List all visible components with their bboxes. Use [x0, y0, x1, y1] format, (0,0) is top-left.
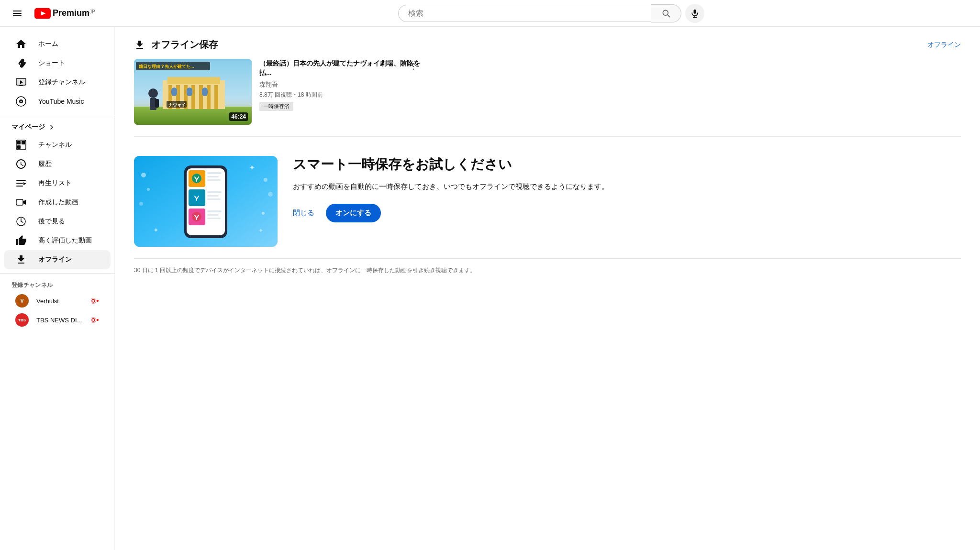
svg-rect-45: [171, 88, 177, 96]
mic-button[interactable]: [685, 4, 704, 23]
channel-icon: [15, 139, 27, 151]
watch-later-icon: [15, 216, 27, 227]
svg-point-28: [92, 299, 95, 302]
sidebar-item-liked[interactable]: 高く評価した動画: [4, 231, 111, 250]
sidebar-item-playlists[interactable]: 再生リスト: [4, 174, 111, 193]
header: PremiumJP: [0, 0, 980, 27]
svg-text:ナヴォイ: ナヴォイ: [168, 102, 186, 107]
search-button[interactable]: [651, 4, 681, 22]
svg-text:鐘日な理由？先人が建てた...: 鐘日な理由？先人が建てた...: [138, 64, 194, 69]
svg-line-6: [667, 14, 669, 17]
svg-rect-75: [207, 176, 219, 177]
tbs-live-indicator: [91, 317, 99, 323]
svg-rect-25: [16, 199, 23, 205]
logo-brand-text: PremiumJP: [53, 8, 95, 18]
sidebar: ホーム ショート 登録チャンネル YouTube Music: [0, 27, 115, 550]
svg-rect-46: [187, 88, 192, 96]
home-icon: [15, 38, 27, 50]
svg-point-61: [139, 202, 143, 206]
svg-rect-88: [207, 218, 221, 219]
svg-rect-87: [207, 214, 219, 216]
sidebar-mypage-section: マイページ チャンネル 履歴 再生リスト: [0, 115, 114, 274]
history-icon: [15, 158, 27, 170]
close-button[interactable]: 閉じる: [293, 209, 314, 218]
tbs-avatar: TBS: [15, 313, 29, 327]
offline-link[interactable]: オフライン: [927, 41, 961, 49]
svg-point-62: [264, 178, 267, 182]
svg-rect-18: [17, 141, 21, 144]
svg-point-59: [141, 173, 146, 177]
offline-section-header: オフライン保存 オフライン: [134, 38, 961, 51]
app-body: ホーム ショート 登録チャンネル YouTube Music: [0, 27, 980, 550]
mypage-title[interactable]: マイページ: [0, 119, 114, 135]
video-badge: 一時保存済: [259, 102, 293, 111]
sidebar-main-section: ホーム ショート 登録チャンネル YouTube Music: [0, 31, 114, 115]
hamburger-icon: [11, 8, 23, 19]
svg-rect-37: [167, 77, 220, 84]
video-duration: 46:24: [229, 112, 248, 121]
channel-item-verhulst[interactable]: V Verhulst: [4, 291, 111, 310]
sidebar-item-my-videos[interactable]: 作成した動画: [4, 193, 111, 212]
sidebar-item-youtube-music[interactable]: YouTube Music: [4, 92, 111, 111]
svg-marker-24: [23, 182, 26, 185]
sidebar-item-subscriptions[interactable]: 登録チャンネル: [4, 73, 111, 92]
subscriptions-icon: [15, 77, 27, 88]
video-channel[interactable]: 森翔吾: [259, 80, 421, 89]
svg-point-57: [413, 69, 414, 70]
download-icon: [134, 39, 145, 51]
sidebar-item-watch-later[interactable]: 後で見る: [4, 212, 111, 231]
promo-card: ✦ ✦ ✦: [134, 148, 961, 258]
svg-rect-42: [199, 85, 203, 109]
search-input[interactable]: [398, 5, 651, 22]
video-info: （最終話）日本の先人が建てたナヴォイ劇場、賄賂を払... 森翔吾 8.8万 回視…: [259, 59, 421, 125]
svg-point-30: [97, 300, 99, 302]
video-thumbnail[interactable]: 鐘日な理由？先人が建てた... ナヴォイ 46:24: [134, 59, 252, 125]
liked-icon: [15, 235, 27, 246]
shorts-icon: [15, 57, 27, 69]
playlists-icon: [15, 177, 27, 189]
svg-text:✦: ✦: [258, 227, 263, 234]
enable-button[interactable]: オンにする: [326, 204, 381, 222]
svg-text:✦: ✦: [153, 226, 159, 234]
video-card: 鐘日な理由？先人が建てた... ナヴォイ 46:24 （最終話）日本の先人が建て…: [134, 59, 421, 125]
sidebar-item-offline[interactable]: オフライン: [4, 250, 111, 269]
live-icon: [91, 298, 99, 304]
sidebar-item-history[interactable]: 履歴: [4, 154, 111, 174]
promo-desc: おすすめの動画を自動的に一時保存しておき、いつでもオフラインで視聴できるようにな…: [293, 181, 961, 192]
my-videos-icon: [15, 197, 27, 208]
svg-rect-50: [155, 99, 159, 108]
video-more-button[interactable]: [406, 59, 421, 74]
offline-icon: [15, 254, 27, 265]
chevron-right-icon: [48, 123, 56, 131]
promo-actions: 閉じる オンにする: [293, 204, 961, 222]
svg-rect-76: [207, 179, 221, 181]
svg-rect-80: [207, 191, 222, 193]
sidebar-item-channel[interactable]: チャンネル: [4, 135, 111, 154]
svg-rect-19: [17, 145, 21, 149]
main-content: オフライン保存 オフライン: [115, 27, 980, 550]
svg-rect-44: [214, 85, 218, 109]
svg-point-31: [92, 319, 95, 321]
promo-title: スマート一時保存をお試しください: [293, 156, 961, 173]
promo-image-inner: ✦ ✦ ✦: [134, 156, 278, 247]
svg-rect-1: [13, 13, 22, 14]
search-icon: [661, 9, 671, 18]
music-icon: [15, 96, 27, 107]
divider: [134, 136, 961, 137]
svg-rect-86: [207, 210, 222, 212]
hamburger-button[interactable]: [8, 4, 27, 23]
sidebar-item-shorts[interactable]: ショート: [4, 54, 111, 73]
svg-rect-81: [207, 195, 219, 197]
promo-illustration: ✦ ✦ ✦: [134, 156, 278, 247]
promo-content: スマート一時保存をお試しください おすすめの動画を自動的に一時保存しておき、いつ…: [293, 156, 961, 222]
logo[interactable]: PremiumJP: [34, 8, 95, 19]
svg-point-56: [413, 66, 414, 67]
svg-point-64: [262, 212, 265, 215]
footer-note: 30 日に 1 回以上の頻度でデバイスがインターネットに接続されていれば、オフラ…: [134, 258, 961, 282]
video-title[interactable]: （最終話）日本の先人が建てたナヴォイ劇場、賄賂を払...: [259, 59, 421, 77]
svg-point-48: [148, 88, 158, 98]
verhulst-avatar: V: [15, 294, 29, 308]
channel-item-tbs[interactable]: TBS TBS NEWS DIG P...: [4, 310, 111, 330]
sidebar-item-home[interactable]: ホーム: [4, 34, 111, 54]
svg-rect-43: [207, 85, 211, 109]
